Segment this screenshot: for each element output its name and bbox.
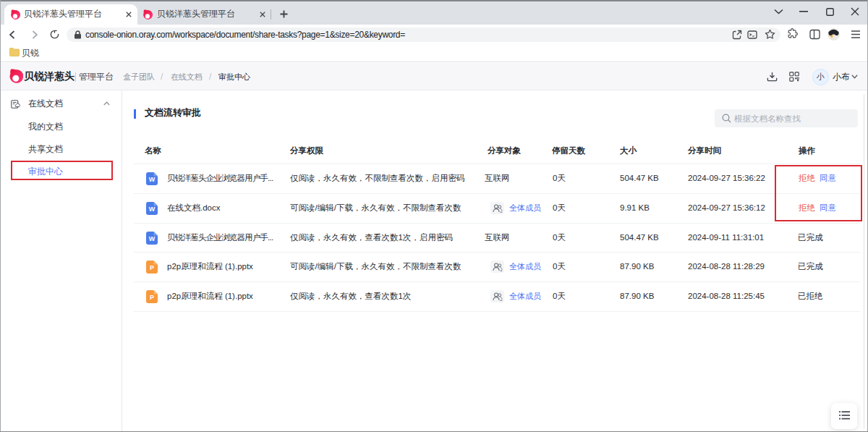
svg-text:W: W — [149, 206, 156, 213]
svg-text:W: W — [149, 176, 156, 183]
svg-text:W: W — [149, 235, 156, 242]
svg-text:P: P — [150, 294, 154, 301]
svg-text:P: P — [150, 264, 154, 271]
